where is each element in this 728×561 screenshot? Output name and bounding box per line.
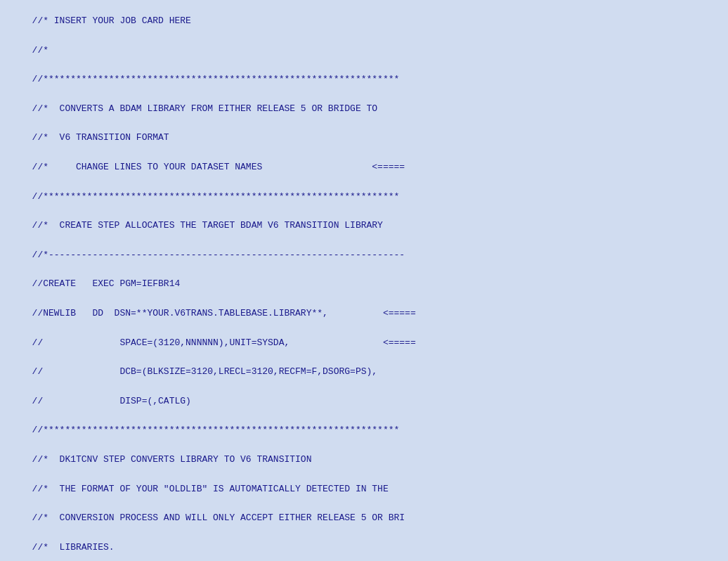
code-content: //* INSERT YOUR JOB CARD HERE //* //****… xyxy=(21,14,707,561)
code-line-7: //* CREATE STEP ALLOCATES THE TARGET BDA… xyxy=(21,219,707,233)
code-line-1: //* xyxy=(21,44,707,58)
code-line-0: //* INSERT YOUR JOB CARD HERE xyxy=(21,14,707,29)
code-line-9: //CREATE EXEC PGM=IEFBR14 xyxy=(21,277,707,292)
code-line-10: //NEWLIB DD DSN=**YOUR.V6TRANS.TABLEBASE… xyxy=(21,307,707,321)
code-line-8: //*-------------------------------------… xyxy=(21,248,707,263)
code-line-13: // DISP=(,CATLG) xyxy=(21,394,707,409)
code-line-4: //* V6 TRANSITION FORMAT xyxy=(21,131,707,146)
code-line-2: //**************************************… xyxy=(21,72,707,87)
code-line-15: //* DK1TCNV STEP CONVERTS LIBRARY TO V6 … xyxy=(21,453,707,468)
code-line-18: //* LIBRARIES. xyxy=(21,541,707,555)
code-line-11: // SPACE=(3120,NNNNNN),UNIT=SYSDA, <====… xyxy=(21,336,707,351)
code-line-14: //**************************************… xyxy=(21,423,707,438)
code-viewer: //* INSERT YOUR JOB CARD HERE //* //****… xyxy=(0,0,728,561)
code-line-12: // DCB=(BLKSIZE=3120,LRECL=3120,RECFM=F,… xyxy=(21,365,707,380)
code-line-16: //* THE FORMAT OF YOUR "OLDLIB" IS AUTOM… xyxy=(21,482,707,497)
code-line-17: //* CONVERSION PROCESS AND WILL ONLY ACC… xyxy=(21,511,707,526)
code-line-5: //* CHANGE LINES TO YOUR DATASET NAMES <… xyxy=(21,160,707,175)
code-line-3: //* CONVERTS A BDAM LIBRARY FROM EITHER … xyxy=(21,102,707,117)
code-line-6: //**************************************… xyxy=(21,190,707,205)
